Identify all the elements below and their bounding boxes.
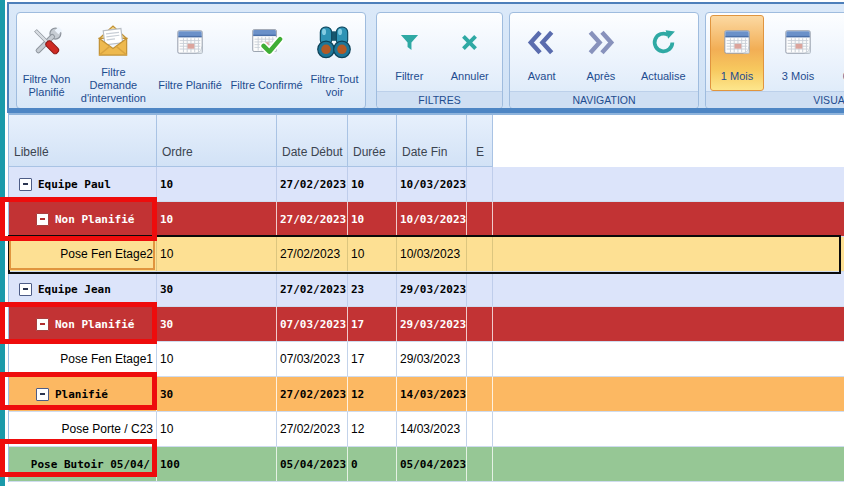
collapse-expander-icon[interactable] bbox=[36, 388, 49, 401]
cell-libelle[interactable]: Equipe Jean bbox=[9, 272, 157, 306]
cell-date-debut[interactable]: 07/03/2023 bbox=[277, 342, 348, 376]
ribbon-button-1-mois[interactable]: 1 Mois bbox=[710, 15, 764, 91]
gantt-area-cell bbox=[493, 167, 844, 201]
cell-ordre[interactable]: 10 bbox=[157, 202, 277, 236]
collapse-expander-icon[interactable] bbox=[36, 318, 49, 331]
cell-duree[interactable]: 0 bbox=[348, 447, 397, 481]
cell-date-fin[interactable]: 14/03/2023 bbox=[397, 377, 467, 411]
ribbon-button-3-mois[interactable]: 3 Mois bbox=[771, 15, 825, 91]
cell-libelle[interactable]: Pose Butoir 05/04/ bbox=[9, 447, 157, 481]
ribbon-button-filtre-confirme[interactable]: Filtre Confirmé bbox=[227, 15, 306, 109]
planning-grid: LibelléOrdreDate DébutDuréeDate FinE Equ… bbox=[8, 113, 844, 482]
table-row-non-planifie[interactable]: Non Planifié3007/03/20231729/03/2023 bbox=[9, 307, 844, 342]
cell-date-debut[interactable]: 27/02/2023 bbox=[277, 272, 348, 306]
table-row-equipe-paul[interactable]: Equipe Paul1027/02/20231010/03/2023 bbox=[9, 167, 844, 202]
cell-date-debut[interactable]: 27/02/2023 bbox=[277, 237, 348, 271]
cell-duree[interactable]: 10 bbox=[348, 237, 397, 271]
ribbon-button-6-mois[interactable]: 6 Mois bbox=[832, 15, 844, 91]
cell-libelle[interactable]: Pose Fen Etage2 bbox=[9, 237, 157, 271]
cell-libelle[interactable]: Pose Fen Etage1 bbox=[9, 342, 157, 376]
ribbon-button-annuler[interactable]: Annuler bbox=[442, 15, 498, 91]
cell-ordre[interactable]: 10 bbox=[157, 237, 277, 271]
ribbon-button-label: Filtre Tout voir bbox=[307, 66, 362, 108]
refresh-icon bbox=[650, 29, 677, 56]
cell-etat[interactable] bbox=[467, 237, 493, 271]
column-header-date-fin[interactable]: Date Fin bbox=[397, 115, 467, 167]
cell-date-debut[interactable]: 05/04/2023 bbox=[277, 447, 348, 481]
ribbon-button-filtre-non-planifie[interactable]: Filtre Non Planifié bbox=[19, 15, 74, 109]
cell-libelle[interactable]: Non Planifié bbox=[9, 202, 157, 236]
cell-etat[interactable] bbox=[467, 377, 493, 411]
cell-date-debut[interactable]: 27/02/2023 bbox=[277, 412, 348, 446]
cell-duree[interactable]: 12 bbox=[348, 412, 397, 446]
collapse-expander-icon[interactable] bbox=[36, 213, 49, 226]
table-row-equipe-jean[interactable]: Equipe Jean3027/02/20232329/03/2023 bbox=[9, 272, 844, 307]
ribbon-group-navigation: AvantAprèsActualiseNAVIGATION bbox=[509, 12, 699, 109]
cell-date-fin[interactable]: 10/03/2023 bbox=[397, 237, 467, 271]
cell-date-fin[interactable]: 14/03/2023 bbox=[397, 412, 467, 446]
cell-ordre[interactable]: 30 bbox=[157, 377, 277, 411]
funnel-icon bbox=[397, 30, 422, 55]
ribbon-button-avant[interactable]: Avant bbox=[514, 15, 570, 91]
ribbon-button-filtre-tout-voir[interactable]: Filtre Tout voir bbox=[306, 15, 363, 109]
cell-duree[interactable]: 12 bbox=[348, 377, 397, 411]
cell-duree[interactable]: 10 bbox=[348, 167, 397, 201]
cell-etat[interactable] bbox=[467, 342, 493, 376]
ribbon-button-filtre-planifie[interactable]: Filtre Planifié bbox=[153, 15, 228, 109]
cell-date-fin[interactable]: 29/03/2023 bbox=[397, 342, 467, 376]
cell-duree[interactable]: 17 bbox=[348, 342, 397, 376]
table-row-pose-porte-c23[interactable]: Pose Porte / C231027/02/20231214/03/2023 bbox=[9, 412, 844, 447]
cell-date-debut[interactable]: 27/02/2023 bbox=[277, 377, 348, 411]
cell-etat[interactable] bbox=[467, 167, 493, 201]
cell-date-fin[interactable]: 10/03/2023 bbox=[397, 202, 467, 236]
cell-ordre[interactable]: 10 bbox=[157, 412, 277, 446]
column-header-ordre[interactable]: Ordre bbox=[157, 115, 277, 167]
cell-ordre[interactable]: 30 bbox=[157, 272, 277, 306]
cell-etat[interactable] bbox=[467, 272, 493, 306]
cell-ordre[interactable]: 100 bbox=[157, 447, 277, 481]
cell-etat[interactable] bbox=[467, 447, 493, 481]
gantt-area-cell bbox=[493, 447, 844, 481]
column-header-libelle[interactable]: Libellé bbox=[9, 115, 157, 167]
cell-date-fin[interactable]: 05/04/2023 bbox=[397, 447, 467, 481]
table-row-pose-butoir-05-04[interactable]: Pose Butoir 05/04/10005/04/2023005/04/20… bbox=[9, 447, 844, 482]
cell-duree[interactable]: 17 bbox=[348, 307, 397, 341]
cell-libelle[interactable]: Non Planifié bbox=[9, 307, 157, 341]
cell-date-debut[interactable]: 07/03/2023 bbox=[277, 307, 348, 341]
gantt-area-cell bbox=[493, 202, 844, 236]
table-row-pose-fen-etage2[interactable]: Pose Fen Etage21027/02/20231010/03/2023 bbox=[9, 237, 844, 272]
cell-date-debut[interactable]: 27/02/2023 bbox=[277, 202, 348, 236]
cell-duree[interactable]: 23 bbox=[348, 272, 397, 306]
row-label: Pose Fen Etage2 bbox=[60, 247, 153, 261]
cell-ordre[interactable]: 30 bbox=[157, 307, 277, 341]
cell-date-fin[interactable]: 29/03/2023 bbox=[397, 272, 467, 306]
cell-etat[interactable] bbox=[467, 307, 493, 341]
collapse-expander-icon[interactable] bbox=[19, 178, 32, 191]
left-panel-edge bbox=[0, 0, 5, 486]
cell-duree[interactable]: 10 bbox=[348, 202, 397, 236]
gantt-area-cell bbox=[493, 342, 844, 376]
table-row-non-planifie[interactable]: Non Planifié1027/02/20231010/03/2023 bbox=[9, 202, 844, 237]
cell-date-fin[interactable]: 29/03/2023 bbox=[397, 307, 467, 341]
table-row-pose-fen-etage1[interactable]: Pose Fen Etage11007/03/20231729/03/2023 bbox=[9, 342, 844, 377]
cell-ordre[interactable]: 10 bbox=[157, 342, 277, 376]
cell-ordre[interactable]: 10 bbox=[157, 167, 277, 201]
collapse-expander-icon[interactable] bbox=[19, 283, 32, 296]
gantt-area-cell bbox=[493, 237, 844, 271]
table-row-planifie[interactable]: Planifié3027/02/20231214/03/2023 bbox=[9, 377, 844, 412]
cell-date-debut[interactable]: 27/02/2023 bbox=[277, 167, 348, 201]
ribbon-button-actualise[interactable]: Actualise bbox=[632, 15, 694, 91]
cell-libelle[interactable]: Planifié bbox=[9, 377, 157, 411]
ribbon-button-filtrer[interactable]: Filtrer bbox=[381, 15, 437, 91]
cell-libelle[interactable]: Pose Porte / C23 bbox=[9, 412, 157, 446]
cell-libelle[interactable]: Equipe Paul bbox=[9, 167, 157, 201]
cell-etat[interactable] bbox=[467, 202, 493, 236]
column-header-date-debut[interactable]: Date Début bbox=[277, 115, 348, 167]
column-header-e[interactable]: E bbox=[467, 115, 493, 167]
cell-etat[interactable] bbox=[467, 412, 493, 446]
ribbon-button-apres[interactable]: Après bbox=[573, 15, 629, 91]
column-header-duree[interactable]: Durée bbox=[348, 115, 397, 167]
gantt-area-cell bbox=[493, 307, 844, 341]
cell-date-fin[interactable]: 10/03/2023 bbox=[397, 167, 467, 201]
ribbon-button-filtre-demande-d-intervention[interactable]: Filtre Demande d'intervention bbox=[74, 15, 153, 109]
